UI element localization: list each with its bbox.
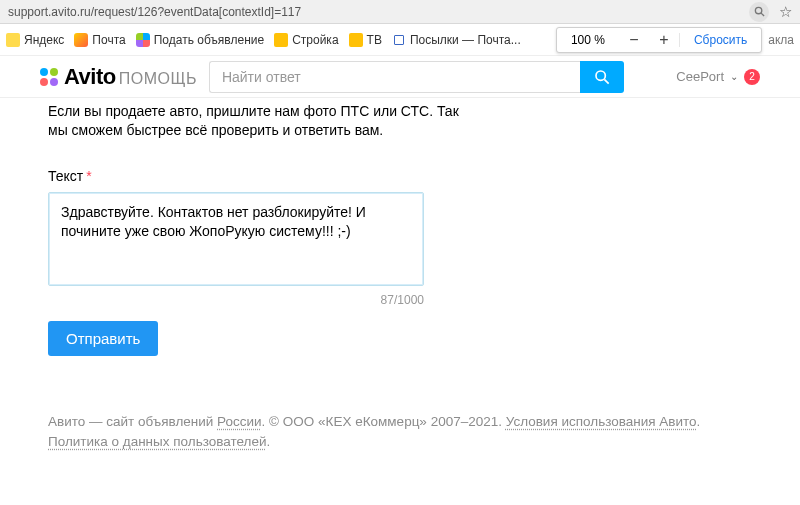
label-text: Текст [48,168,83,184]
bookmark-post-ad[interactable]: Подать объявление [136,33,264,47]
bookmark-label: Почта [92,33,125,47]
avito-logo-icon [40,68,58,86]
brand-text: Avitoпомощь [64,64,197,90]
brand-section: помощь [119,70,197,87]
user-menu[interactable]: CeePort ⌄ 2 [676,69,760,85]
bookmarks-bar: Яндекс Почта Подать объявление Стройка Т… [0,24,800,56]
intro-text: Если вы продаете авто, пришлите нам фото… [48,102,752,140]
bookmark-tv[interactable]: ТВ [349,33,382,47]
required-asterisk: * [86,168,91,184]
svg-point-0 [755,7,761,13]
bookmarks-list: Яндекс Почта Подать объявление Стройка Т… [6,33,556,47]
favicon-icon [392,33,406,47]
url-text: support.avito.ru/request/126?eventData[c… [8,5,743,19]
favicon-icon [6,33,20,47]
bookmark-yandex[interactable]: Яндекс [6,33,64,47]
zoom-in-button[interactable]: + [649,31,679,49]
main-content: Если вы продаете авто, пришлите нам фото… [0,98,800,462]
footer: Авито — сайт объявлений России. © ООО «К… [48,412,752,453]
site-header: Avitoпомощь CeePort ⌄ 2 [0,56,800,98]
brand[interactable]: Avitoпомощь [40,64,197,90]
svg-line-3 [605,79,609,83]
zoom-control: 100 % − + Сбросить [556,27,762,53]
search-button[interactable] [580,61,624,93]
zoom-reset-button[interactable]: Сбросить [679,33,761,47]
bookmark-label: Посылки — Почта... [410,33,521,47]
char-counter: 87/1000 [48,293,424,307]
zoom-percent: 100 % [557,33,619,47]
favicon-icon [136,33,150,47]
svg-line-1 [760,13,763,16]
bookmark-label: Стройка [292,33,338,47]
footer-text: . [697,414,701,429]
bookmark-label: Яндекс [24,33,64,47]
intro-line: Если вы продаете авто, пришлите нам фото… [48,103,459,119]
browser-address-bar: support.avito.ru/request/126?eventData[c… [0,0,800,24]
footer-text: Авито — сайт объявлений [48,414,217,429]
brand-main: Avito [64,64,116,89]
textarea-label: Текст* [48,168,752,184]
search [209,61,624,93]
bookmark-stroyka[interactable]: Стройка [274,33,338,47]
footer-link-privacy[interactable]: Политика о данных пользователей [48,434,267,449]
svg-point-2 [596,71,605,80]
search-input[interactable] [209,61,580,93]
bookmark-posylki[interactable]: Посылки — Почта... [392,33,521,47]
bookmark-label: Подать объявление [154,33,264,47]
bookmark-mail[interactable]: Почта [74,33,125,47]
notification-badge: 2 [744,69,760,85]
zoom-out-button[interactable]: − [619,31,649,49]
footer-text: . [267,434,271,449]
bookmark-star-icon[interactable]: ☆ [779,3,792,21]
footer-link-russia[interactable]: России [217,414,262,429]
submit-button[interactable]: Отправить [48,321,158,356]
favicon-icon [274,33,288,47]
intro-line: мы сможем быстрее всё проверить и ответи… [48,122,383,138]
bookmark-label: ТВ [367,33,382,47]
footer-text: . © ООО «КЕХ еКоммерц» 2007–2021. [262,414,506,429]
cutoff-text: акла [768,33,794,47]
chevron-down-icon: ⌄ [730,71,738,82]
favicon-icon [349,33,363,47]
footer-link-terms[interactable]: Условия использования Авито [506,414,697,429]
user-name: CeePort [676,69,724,84]
search-icon [594,69,610,85]
favicon-icon [74,33,88,47]
message-textarea[interactable] [48,192,424,286]
search-engine-icon[interactable] [749,2,769,22]
